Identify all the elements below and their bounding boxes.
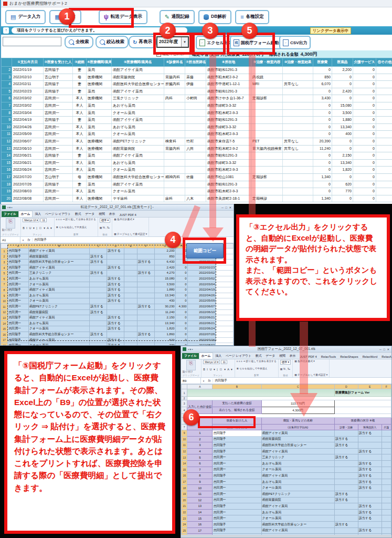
cell[interactable]: 吉田陽子 bbox=[7, 260, 28, 265]
cell[interactable]: 0 bbox=[175, 332, 187, 337]
row-header[interactable]: 21 bbox=[182, 503, 187, 510]
medicine-flag-cell[interactable] bbox=[358, 436, 382, 442]
treatment-flag-cell[interactable]: 該当する bbox=[334, 442, 358, 449]
cell[interactable]: 吉田陽子 bbox=[7, 249, 28, 254]
corner-cell[interactable] bbox=[182, 385, 187, 389]
cell[interactable] bbox=[90, 287, 107, 293]
person-cell[interactable]: 吉田潤一 bbox=[213, 515, 261, 522]
cell[interactable] bbox=[90, 293, 107, 298]
medicine-flag-cell[interactable]: 該当する bbox=[358, 527, 382, 534]
medicine-flag-cell[interactable] bbox=[358, 454, 382, 461]
table-row[interactable]: 22022/01/19吉田陽子妻薬局函館アイケイ薬局函館市昭和1291-302,… bbox=[2, 67, 392, 74]
cell[interactable] bbox=[124, 309, 137, 315]
care-flag-cell[interactable] bbox=[382, 503, 391, 510]
row-header[interactable]: 8 bbox=[1, 287, 8, 293]
treatment-flag-cell[interactable]: 該当する bbox=[334, 436, 358, 442]
cell[interactable] bbox=[137, 320, 154, 326]
row-header[interactable]: 13 bbox=[182, 454, 187, 461]
cell[interactable]: 函館アイケイ薬局 bbox=[28, 249, 90, 254]
cell[interactable]: クオール薬局 bbox=[28, 282, 90, 287]
cell[interactable] bbox=[124, 320, 137, 326]
medicine-flag-cell[interactable]: 該当する bbox=[358, 479, 382, 485]
person-cell[interactable]: 吉田潤一 bbox=[213, 497, 261, 503]
b9-cell[interactable]: 吉田陽子 bbox=[213, 430, 261, 437]
person-cell[interactable]: 吉田陽子 bbox=[213, 442, 261, 449]
cell[interactable] bbox=[124, 293, 137, 298]
quick-access-toolbar[interactable]: ▪▾▪ bbox=[7, 205, 13, 209]
table-row[interactable]: 132022/06/10吉田潤一本人医療機関函館胃腸病院胃腸内科八田函館市柏木町… bbox=[2, 145, 392, 152]
cell[interactable]: 該当する bbox=[137, 271, 154, 276]
row-header[interactable]: 7 bbox=[1, 282, 8, 287]
treatment-flag-cell[interactable]: 該当する bbox=[334, 521, 358, 527]
person-cell[interactable]: 吉田潤一 bbox=[213, 454, 261, 461]
facility-cell[interactable]: 函館アイケイ薬局 bbox=[261, 430, 334, 437]
care-flag-cell[interactable] bbox=[382, 497, 391, 503]
search-input[interactable] bbox=[3, 37, 61, 46]
cell[interactable] bbox=[124, 287, 137, 293]
treatment-flag-cell[interactable]: 該当する bbox=[334, 491, 358, 497]
cell[interactable]: 該当する bbox=[107, 287, 124, 293]
row-header[interactable]: 10 bbox=[182, 436, 187, 442]
cell[interactable] bbox=[90, 326, 107, 332]
cell[interactable]: 1,860 bbox=[154, 332, 175, 337]
cell[interactable]: 該当する bbox=[90, 309, 107, 315]
cell[interactable]: 函館アイケイ薬局 bbox=[28, 337, 90, 343]
ribbon-tab[interactable]: RelaxWord bbox=[361, 355, 380, 359]
cell[interactable]: 30,230 bbox=[154, 304, 175, 309]
csv-export-button[interactable]: ← CSV出力 bbox=[279, 36, 311, 49]
medicine-flag-cell[interactable]: 該当する bbox=[358, 485, 382, 491]
row-header[interactable]: 1 bbox=[1, 249, 8, 254]
row-header[interactable]: 6 bbox=[1, 276, 8, 282]
cell[interactable]: 函館アイケイ薬局 bbox=[28, 265, 90, 271]
row-header[interactable]: 2 bbox=[182, 397, 187, 400]
cell[interactable] bbox=[124, 304, 137, 309]
column-header[interactable]: ③続柄 bbox=[73, 58, 87, 67]
row-header[interactable]: 25 bbox=[182, 527, 187, 534]
facility-cell[interactable]: 函館アイケイ薬局 bbox=[261, 503, 334, 510]
table-row[interactable]: 182022/07/26吉田陽子妻薬局函館アイケイ薬局函館市昭和1291-306… bbox=[2, 181, 392, 188]
cell[interactable] bbox=[124, 326, 137, 332]
ribbon-tab[interactable]: 表示 bbox=[288, 353, 298, 359]
cell[interactable] bbox=[90, 343, 107, 346]
number-buttons[interactable]: ▦ % , ‰ bbox=[100, 226, 110, 230]
cell[interactable]: 吉田陽子 bbox=[7, 315, 28, 321]
cell[interactable]: 函館アイケイ薬局 bbox=[28, 287, 90, 293]
table-row[interactable]: 72022/03/02吉田潤一本人薬局あおぞら薬局函館市緑町3-3-32015,… bbox=[2, 102, 392, 109]
cell[interactable] bbox=[216, 287, 234, 293]
cell[interactable]: 該当する bbox=[137, 304, 154, 309]
cell[interactable] bbox=[137, 287, 154, 293]
font-name-select[interactable]: Meiryo UI ▾ bbox=[203, 360, 220, 364]
cell[interactable]: 該当する bbox=[90, 254, 107, 260]
cell[interactable]: 該当する bbox=[107, 337, 124, 343]
cell[interactable] bbox=[124, 332, 137, 337]
care-flag-cell[interactable] bbox=[382, 460, 391, 467]
row-header[interactable]: 22 bbox=[182, 509, 187, 515]
cell-reference-box[interactable]: B9 bbox=[181, 378, 201, 384]
cell[interactable] bbox=[137, 276, 154, 282]
person-cell[interactable]: 吉田潤一 bbox=[213, 485, 261, 491]
cell[interactable] bbox=[216, 282, 234, 287]
row-header[interactable]: 11 bbox=[1, 304, 8, 309]
person-cell[interactable]: 吉田陽子 bbox=[213, 436, 261, 442]
treatment-flag-cell[interactable] bbox=[334, 460, 358, 467]
person-cell[interactable]: 吉田潤一 bbox=[213, 467, 261, 473]
treatment-flag-cell[interactable]: 該当する bbox=[334, 497, 358, 503]
visit-record-button[interactable]: ✎ 通院記録 bbox=[160, 10, 195, 24]
merge-center-button[interactable]: ≣ セルを結合して中央揃え bbox=[237, 367, 277, 370]
medicine-flag-cell[interactable] bbox=[358, 497, 382, 503]
facility-cell[interactable]: あおぞら薬局 bbox=[261, 509, 334, 515]
cell[interactable] bbox=[137, 265, 154, 271]
cell[interactable]: 2022/05/09 bbox=[187, 298, 216, 304]
cell[interactable] bbox=[107, 309, 124, 315]
ribbon-tab[interactable]: RelaxApps bbox=[379, 355, 392, 359]
number-format-select[interactable]: 標準 ▾ bbox=[280, 360, 291, 365]
cell[interactable]: 13,340 bbox=[154, 293, 175, 298]
column-header[interactable]: E bbox=[124, 244, 137, 249]
cell[interactable] bbox=[137, 282, 154, 287]
cell[interactable]: 2022/06/21 bbox=[187, 315, 216, 321]
row-header[interactable]: 18 bbox=[182, 485, 187, 491]
column-header[interactable]: B bbox=[28, 244, 90, 249]
row-header[interactable]: 4 bbox=[1, 265, 8, 271]
facility-cell[interactable]: あおぞら薬局 bbox=[261, 479, 334, 485]
cell[interactable]: 1,820 bbox=[154, 326, 175, 332]
